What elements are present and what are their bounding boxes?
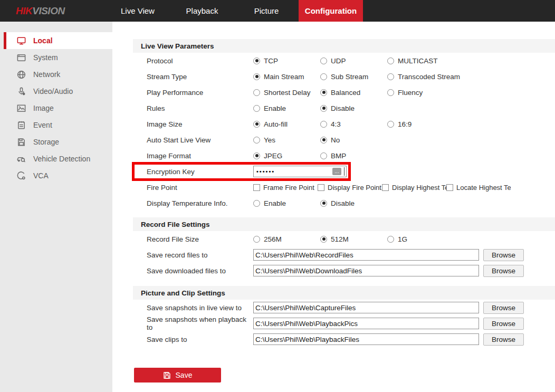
radio-selected-icon[interactable] [320, 137, 327, 144]
browse-snapshots-playback-button[interactable]: Browse [483, 318, 524, 330]
checkbox-option-locate-highest-temp[interactable]: Locate Highest Te... [446, 184, 511, 192]
app-root: HIKVISION Live View Playback Picture Con… [0, 0, 555, 392]
radio-icon[interactable] [320, 58, 327, 64]
clipboard-icon [16, 120, 26, 130]
radio-option-udp[interactable]: UDP [320, 57, 387, 65]
sidebar-item-video-audio[interactable]: Video/Audio [0, 83, 112, 100]
sidebar-item-network[interactable]: Network [0, 66, 112, 83]
globe-icon [16, 69, 26, 80]
downloaded-files-path-input[interactable] [253, 265, 479, 276]
row-label: Display Temperature Info. [133, 199, 253, 207]
record-files-path-input[interactable] [253, 249, 479, 261]
radio-icon[interactable] [320, 152, 327, 159]
radio-option-yes[interactable]: Yes [253, 136, 320, 144]
checkbox-option-frame-fire-point[interactable]: Frame Fire Point [253, 184, 318, 192]
radio-selected-icon[interactable] [253, 58, 260, 64]
radio-option-rules-enable[interactable]: Enable [253, 104, 320, 112]
sidebar-item-storage[interactable]: Storage [0, 133, 112, 150]
radio-selected-icon[interactable] [253, 73, 260, 80]
browse-downloaded-files-button[interactable]: Browse [483, 265, 524, 277]
radio-icon[interactable] [387, 236, 394, 243]
radio-icon[interactable] [253, 105, 260, 112]
checkbox-icon[interactable] [253, 184, 260, 191]
section-header-live-view-parameters: Live View Parameters [133, 39, 555, 53]
section-header-picture-clip-settings: Picture and Clip Settings [133, 286, 555, 300]
radio-option-no[interactable]: No [320, 136, 387, 144]
radio-selected-icon[interactable] [253, 152, 260, 159]
checkbox-icon[interactable] [382, 184, 389, 191]
radio-icon[interactable] [253, 137, 260, 144]
row-rules: Rules Enable Disable [133, 100, 555, 116]
radio-option-jpeg[interactable]: JPEG [253, 152, 320, 160]
checkbox-icon[interactable] [318, 184, 324, 191]
radio-option-16-9[interactable]: 16:9 [387, 120, 454, 128]
nav-tab-playback[interactable]: Playback [170, 0, 234, 22]
nav-tab-picture[interactable]: Picture [234, 0, 299, 22]
row-label: Save record files to [133, 251, 253, 259]
row-label: Encryption Key [133, 168, 253, 176]
radio-icon[interactable] [387, 121, 394, 128]
radio-option-rules-disable[interactable]: Disable [320, 104, 387, 112]
radio-icon[interactable] [387, 89, 394, 96]
sidebar-item-label: Video/Audio [33, 87, 73, 95]
radio-option-1g[interactable]: 1G [387, 235, 454, 243]
radio-option-balanced[interactable]: Balanced [320, 89, 387, 97]
browse-record-files-button[interactable]: Browse [483, 249, 524, 261]
browse-clips-button[interactable]: Browse [483, 333, 524, 346]
snapshots-playback-path-input[interactable] [253, 318, 479, 329]
radio-option-4-3[interactable]: 4:3 [320, 120, 387, 128]
sidebar-item-image[interactable]: Image [0, 100, 112, 117]
nav-tab-configuration[interactable]: Configuration [299, 0, 363, 22]
sidebar-item-local[interactable]: Local [4, 32, 112, 49]
row-label: Image Size [133, 120, 253, 128]
radio-option-256m[interactable]: 256M [253, 235, 320, 243]
row-label: Stream Type [133, 73, 253, 81]
sidebar-item-event[interactable]: Event [0, 117, 112, 133]
radio-option-multicast[interactable]: MULTICAST [387, 57, 454, 65]
radio-option-temp-disable[interactable]: Disable [320, 199, 387, 207]
row-label: Save snapshots in live view to [133, 304, 253, 312]
hikvision-logo: HIKVISION [0, 0, 106, 22]
sidebar-item-label: Event [33, 121, 52, 129]
radio-selected-icon[interactable] [320, 89, 327, 96]
radio-icon[interactable] [320, 121, 327, 128]
snapshots-live-path-input[interactable] [253, 302, 479, 313]
nav-tab-live-view[interactable]: Live View [106, 0, 170, 22]
clips-path-input[interactable] [253, 333, 479, 345]
checkbox-icon[interactable] [446, 184, 453, 191]
row-label: Save snapshots when playback to [133, 315, 253, 331]
sidebar-item-vca[interactable]: VCA [0, 167, 112, 184]
radio-selected-icon[interactable] [253, 121, 260, 128]
ellipsis-button[interactable]: ... [332, 168, 341, 175]
sidebar-item-vehicle-detection[interactable]: Vehicle Detection [0, 150, 112, 167]
radio-icon[interactable] [387, 73, 394, 80]
row-fire-point: Fire Point Frame Fire Point Display Fire… [133, 179, 555, 195]
radio-option-512m[interactable]: 512M [320, 235, 387, 243]
sidebar-item-label: Network [33, 70, 60, 79]
radio-option-sub-stream[interactable]: Sub Stream [320, 73, 387, 81]
checkbox-option-display-fire-point[interactable]: Display Fire Point... [318, 184, 382, 192]
browse-snapshots-live-button[interactable]: Browse [483, 302, 524, 314]
checkbox-option-display-highest-temp[interactable]: Display Highest Te... [382, 184, 446, 192]
radio-option-temp-enable[interactable]: Enable [253, 199, 320, 207]
radio-icon[interactable] [253, 200, 260, 207]
radio-option-transcoded-stream[interactable]: Transcoded Stream [387, 73, 454, 81]
radio-option-bmp[interactable]: BMP [320, 152, 387, 160]
sidebar-item-system[interactable]: System [0, 49, 112, 66]
save-button[interactable]: Save [134, 368, 221, 383]
radio-selected-icon[interactable] [320, 105, 327, 112]
sidebar-item-label: Local [33, 36, 53, 45]
radio-selected-icon[interactable] [320, 236, 327, 243]
radio-icon[interactable] [253, 89, 260, 96]
radio-icon[interactable] [320, 73, 327, 80]
radio-icon[interactable] [387, 58, 394, 64]
radio-option-fluency[interactable]: Fluency [387, 89, 454, 97]
row-save-downloaded-files: Save downloaded files to Browse [133, 263, 555, 279]
radio-icon[interactable] [253, 236, 260, 243]
radio-option-main-stream[interactable]: Main Stream [253, 73, 320, 81]
radio-option-shortest-delay[interactable]: Shortest Delay [253, 89, 320, 97]
radio-option-auto-fill[interactable]: Auto-fill [253, 120, 320, 128]
row-stream-type: Stream Type Main Stream Sub Stream Trans… [133, 69, 555, 84]
radio-selected-icon[interactable] [320, 200, 327, 207]
radio-option-tcp[interactable]: TCP [253, 57, 320, 65]
